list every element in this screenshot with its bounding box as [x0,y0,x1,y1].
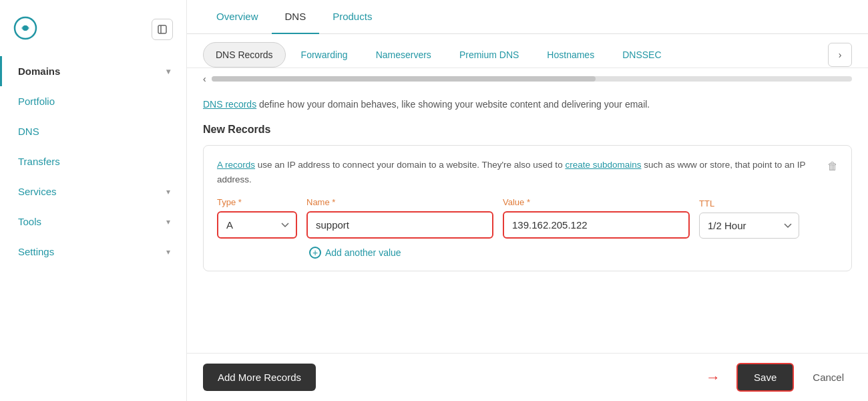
tab-products[interactable]: Products [319,0,385,34]
tab-overview[interactable]: Overview [203,0,272,34]
value-label: Value * [503,197,690,207]
scroll-indicator: ‹ [187,68,868,84]
scroll-left-arrow[interactable]: ‹ [203,74,206,84]
dns-description: DNS records define how your domain behav… [203,98,852,112]
sidebar-collapse-button[interactable] [152,19,173,40]
a-records-link[interactable]: A records [217,160,255,170]
add-another-value-button[interactable]: + Add another value [309,247,401,259]
logo[interactable] [13,16,37,43]
arrow-indicator: → [706,369,720,386]
cancel-button[interactable]: Cancel [805,364,852,391]
bottom-actions-bar: Add More Records → Save Cancel [187,353,868,401]
sidebar-item-transfers[interactable]: Transfers [0,146,186,176]
chevron-down-icon-tools: ▾ [166,217,170,227]
subtab-dns-records[interactable]: DNS Records [203,42,286,68]
type-field-group: Type * A AAAA CNAME MX TXT [217,197,297,239]
sidebar: Domains ▾ Portfolio DNS Transfers Servic… [0,0,187,401]
scroll-track [212,76,852,82]
chevron-down-icon-services: ▾ [166,187,170,196]
subtabs-bar: DNS Records Forwarding Nameservers Premi… [187,34,868,68]
sidebar-navigation: Domains ▾ Portfolio DNS Transfers Servic… [0,56,186,267]
create-subdomains-link[interactable]: create subdomains [565,160,641,170]
record-description: A records use an IP address to connect y… [217,158,838,186]
ttl-label: TTL [699,198,799,209]
sidebar-item-dns[interactable]: DNS [0,116,186,146]
save-button[interactable]: Save [736,363,794,392]
svg-rect-2 [158,25,166,33]
sidebar-item-transfers-label: Transfers [18,156,60,167]
record-card: A records use an IP address to connect y… [203,145,852,271]
type-select[interactable]: A AAAA CNAME MX TXT [217,211,297,239]
value-input[interactable] [503,211,690,239]
add-more-records-button[interactable]: Add More Records [203,364,316,391]
plus-circle-icon: + [309,247,321,259]
delete-record-icon[interactable]: 🗑 [827,158,838,175]
subtab-hostnames[interactable]: Hostnames [534,42,607,68]
sidebar-item-settings-label: Settings [18,246,54,257]
scroll-thumb [212,76,596,82]
sidebar-item-tools[interactable]: Tools ▾ [0,207,186,237]
form-row: Type * A AAAA CNAME MX TXT Name * Value … [217,197,838,239]
type-label: Type * [217,197,297,207]
tab-dns[interactable]: DNS [272,0,320,34]
sidebar-item-settings[interactable]: Settings ▾ [0,237,186,267]
top-tabs-bar: Overview DNS Products [187,0,868,34]
logo-icon [13,16,37,40]
ttl-field-group: TTL 1/2 Hour 1 Hour 2 Hours 4 Hours [699,198,799,239]
sidebar-header [0,11,186,56]
chevron-down-icon: ▾ [166,67,170,76]
sidebar-item-portfolio[interactable]: Portfolio [0,86,186,116]
svg-point-1 [23,25,28,31]
name-input[interactable] [306,211,493,239]
ttl-select[interactable]: 1/2 Hour 1 Hour 2 Hours 4 Hours [699,213,799,239]
sidebar-item-dns-label: DNS [18,126,39,137]
sidebar-item-domains[interactable]: Domains ▾ [0,56,186,86]
chevron-down-icon-settings: ▾ [166,247,170,257]
subtab-premium-dns[interactable]: Premium DNS [447,42,531,68]
name-label: Name * [306,197,493,207]
dns-records-link[interactable]: DNS records [203,99,256,110]
sidebar-item-services-label: Services [18,186,57,197]
add-value-row: + Add another value [308,247,838,259]
sidebar-item-portfolio-label: Portfolio [18,96,55,107]
sidebar-item-tools-label: Tools [18,216,41,227]
subtab-forwarding[interactable]: Forwarding [288,42,361,68]
sidebar-item-domains-label: Domains [18,65,60,77]
subtabs-scroll-right-button[interactable]: › [828,43,852,67]
content-area: DNS records define how your domain behav… [187,84,868,353]
name-field-group: Name * [306,197,493,239]
subtab-nameservers[interactable]: Nameservers [363,42,444,68]
main-content: Overview DNS Products DNS Records Forwar… [187,0,868,401]
subtab-dnssec[interactable]: DNSSEC [610,42,674,68]
sidebar-item-services[interactable]: Services ▾ [0,176,186,207]
value-field-group: Value * [503,197,690,239]
section-title: New Records [203,124,852,136]
